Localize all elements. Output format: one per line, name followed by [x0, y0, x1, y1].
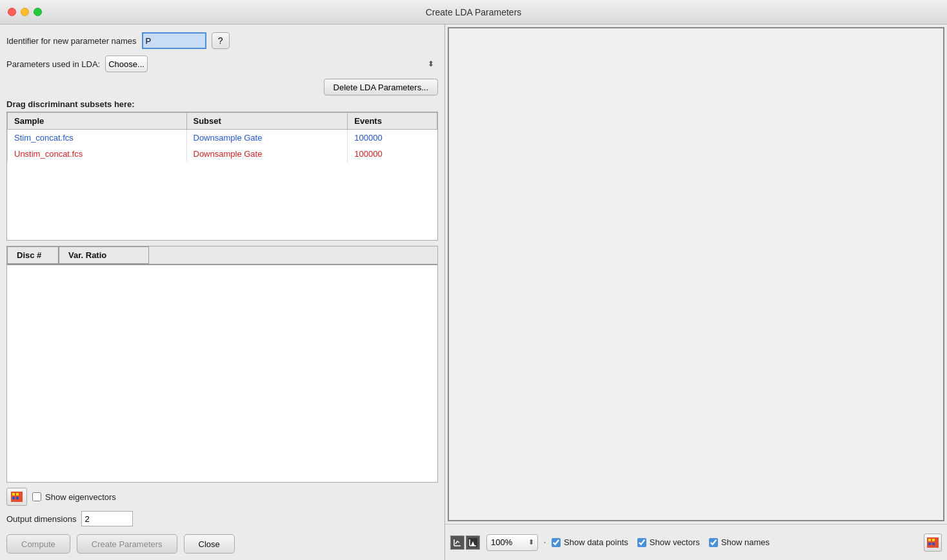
params-select[interactable]: Choose... — [105, 55, 148, 72]
cell-subset: Downsample Gate — [186, 130, 348, 146]
svg-rect-1 — [12, 493, 15, 495]
show-data-points-checkbox[interactable] — [552, 538, 561, 547]
title-bar: Create LDA Parameters — [0, 0, 947, 25]
show-vectors-checkbox[interactable] — [637, 538, 646, 547]
create-parameters-button[interactable]: Create Parameters — [77, 534, 177, 554]
svg-rect-2 — [16, 493, 19, 495]
cell-events: 100000 — [348, 130, 437, 146]
traffic-lights — [8, 8, 42, 16]
show-names-checkbox[interactable] — [709, 538, 718, 547]
plot-canvas — [448, 27, 944, 521]
cell-events: 100000 — [348, 146, 437, 162]
svg-rect-16 — [932, 543, 935, 545]
plot-type-icons — [450, 535, 480, 550]
drag-label: Drag discriminant subsets here: — [6, 99, 438, 109]
window-title: Create LDA Parameters — [426, 7, 522, 17]
svg-rect-3 — [12, 497, 15, 499]
subsets-table-area: Sample Subset Events Stim_concat.fcs Dow… — [6, 112, 438, 241]
show-names-label[interactable]: Show names — [709, 537, 770, 547]
params-select-wrapper: Choose... — [105, 55, 438, 72]
eigenvectors-icon — [11, 492, 23, 502]
cell-sample: Stim_concat.fcs — [8, 130, 187, 146]
bottom-controls: Show eigenvectors Output dimensions Comp… — [6, 488, 438, 554]
left-panel: Identifier for new parameter names ? Par… — [0, 25, 445, 560]
table-row[interactable]: Unstim_concat.fcs Downsample Gate 100000 — [8, 146, 437, 162]
right-bottom-bar: 100% 50% 75% 150% 200% ⬍ · Show data poi… — [445, 524, 947, 560]
col-header-events: Events — [348, 113, 437, 130]
svg-rect-15 — [928, 543, 931, 545]
disc-table-area: Disc # Var. Ratio — [6, 246, 438, 483]
help-button[interactable]: ? — [212, 32, 230, 49]
params-label: Parameters used in LDA: — [6, 59, 100, 69]
eigenvectors-icon-button[interactable] — [6, 488, 27, 506]
output-row: Output dimensions — [6, 511, 438, 526]
params-row: Parameters used in LDA: Choose... — [6, 55, 438, 72]
right-panel: 100% 50% 75% 150% 200% ⬍ · Show data poi… — [445, 25, 947, 560]
delete-row: Delete LDA Parameters... — [6, 79, 438, 95]
subsets-table: Sample Subset Events Stim_concat.fcs Dow… — [7, 112, 437, 162]
output-dimensions-label: Output dimensions — [6, 514, 76, 524]
main-layout: Identifier for new parameter names ? Par… — [0, 25, 947, 560]
separator: · — [543, 535, 546, 549]
cell-sample: Unstim_concat.fcs — [8, 146, 187, 162]
col-header-sample: Sample — [8, 113, 187, 130]
svg-rect-13 — [928, 539, 931, 541]
disc-table-header: Disc # Var. Ratio — [7, 246, 437, 265]
plot-icon-scatter[interactable] — [450, 535, 464, 550]
close-window-button[interactable] — [8, 8, 16, 16]
zoom-wrapper: 100% 50% 75% 150% 200% ⬍ — [486, 534, 538, 551]
identifier-label: Identifier for new parameter names — [6, 36, 137, 46]
disc-col-header-varratio: Var. Ratio — [59, 246, 149, 264]
show-eigenvectors-checkbox[interactable] — [32, 492, 41, 501]
identifier-input[interactable] — [142, 32, 206, 49]
svg-rect-14 — [932, 539, 935, 541]
show-data-points-label[interactable]: Show data points — [552, 537, 628, 547]
col-header-subset: Subset — [186, 113, 348, 130]
close-button[interactable]: Close — [184, 534, 235, 554]
compute-button[interactable]: Compute — [6, 534, 70, 554]
show-checkbox-group: Show data points Show vectors Show names — [552, 537, 770, 547]
table-row[interactable]: Stim_concat.fcs Downsample Gate 100000 — [8, 130, 437, 146]
identifier-row: Identifier for new parameter names ? — [6, 32, 438, 49]
show-vectors-label[interactable]: Show vectors — [637, 537, 700, 547]
minimize-window-button[interactable] — [21, 8, 29, 16]
show-data-points-text: Show data points — [564, 537, 628, 547]
eigenvectors-row: Show eigenvectors — [6, 488, 438, 506]
show-eigenvectors-label[interactable]: Show eigenvectors — [32, 492, 116, 502]
show-eigenvectors-text: Show eigenvectors — [45, 492, 116, 502]
zoom-select[interactable]: 100% 50% 75% 150% 200% — [486, 534, 538, 551]
show-names-text: Show names — [721, 537, 770, 547]
delete-lda-button[interactable]: Delete LDA Parameters... — [324, 79, 438, 95]
show-vectors-text: Show vectors — [650, 537, 700, 547]
right-panel-icon — [927, 537, 939, 548]
cell-subset: Downsample Gate — [186, 146, 348, 162]
maximize-window-button[interactable] — [34, 8, 42, 16]
output-dimensions-input[interactable] — [81, 511, 133, 526]
action-buttons: Compute Create Parameters Close — [6, 534, 438, 554]
svg-rect-4 — [16, 497, 19, 499]
plot-icon-filled[interactable] — [466, 535, 480, 550]
right-panel-icon-button[interactable] — [924, 534, 942, 552]
disc-col-header-disc: Disc # — [7, 246, 59, 264]
